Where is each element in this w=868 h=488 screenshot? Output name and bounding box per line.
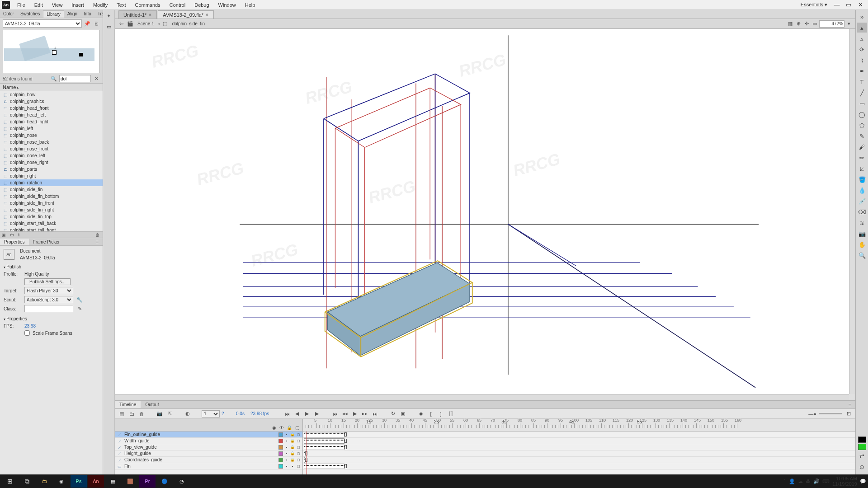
pen-tool-icon[interactable]: ✒ [857, 66, 867, 76]
layer-visible-dot[interactable]: • [284, 452, 289, 455]
fill-color-swatch[interactable] [858, 444, 866, 450]
layer-row[interactable]: ⟋ Top_view_guide • 🔒 ▢ [115, 444, 302, 450]
clear-search-icon[interactable]: ✕ [93, 75, 100, 82]
fit-icon[interactable]: ▭ [811, 20, 818, 28]
menu-commands[interactable]: Commands [130, 1, 165, 9]
step-back-icon[interactable]: ◀ [293, 410, 301, 418]
menu-help[interactable]: Help [241, 1, 260, 9]
onion-icon[interactable]: ◐ [184, 410, 192, 418]
tray-up-icon[interactable]: ˄ [783, 479, 786, 484]
menu-view[interactable]: View [47, 1, 67, 9]
library-item[interactable]: ⬚dolphin_bow [0, 91, 103, 98]
brush-tool-icon[interactable]: 🖌 [857, 142, 867, 152]
library-item[interactable]: ⬚dolphin_side_fin [0, 186, 103, 193]
frame-input[interactable]: 2 [222, 411, 234, 416]
layer-row[interactable]: ⟋ Width_guide • 🔒 ▢ [115, 438, 302, 444]
tray-people-icon[interactable]: 👤 [789, 479, 795, 484]
selection-tool-icon[interactable]: ▴ [857, 23, 867, 33]
layer-parent-icon[interactable]: ⇱ [165, 410, 174, 418]
visibility-col-icon[interactable]: 👁 [279, 425, 284, 430]
frames-area[interactable] [303, 432, 855, 474]
menu-file[interactable]: File [13, 1, 30, 9]
close-icon[interactable]: ✕ [148, 13, 152, 17]
lasso-tool-icon[interactable]: ⌇ [857, 55, 867, 65]
library-item[interactable]: ⬚dolphin_start_tail_front [0, 227, 103, 231]
scene-icon[interactable]: 🎬 [127, 20, 134, 28]
app8-icon[interactable]: ◔ [174, 475, 190, 488]
layer-lock-icon[interactable]: • [290, 464, 295, 468]
next-frame-icon[interactable]: ▸▸ [361, 410, 369, 418]
library-item[interactable]: 🗀dolphin_parts [0, 166, 103, 173]
onion-skin-icon[interactable]: ▣ [399, 410, 407, 418]
zoom-input[interactable] [819, 20, 844, 28]
tab-frame-picker[interactable]: Frame Picker [29, 239, 64, 245]
library-item[interactable]: ⬚dolphin_right [0, 173, 103, 179]
layer-color-swatch[interactable] [278, 464, 283, 469]
properties-section[interactable]: Properties [4, 315, 99, 323]
step-fwd-icon[interactable]: ▶ [313, 410, 321, 418]
layer-name[interactable]: Width_guide [123, 438, 277, 443]
timeline-zoom-slider[interactable] [819, 413, 842, 414]
camera-tool-icon[interactable]: 📷 [857, 229, 867, 239]
layer-lock-icon[interactable]: 🔒 [290, 432, 295, 436]
new-symbol-icon[interactable]: ▣ [2, 233, 7, 237]
layer-outline-dot[interactable]: ▢ [296, 465, 301, 468]
script-select[interactable]: ActionScript 3.0 [24, 296, 73, 303]
delete-layer-icon[interactable]: 🗑 [137, 410, 146, 418]
transform-tool-icon[interactable]: ⟳ [857, 44, 867, 54]
library-item[interactable]: ⬚dolphin_start_tail_back [0, 220, 103, 227]
edit-class-icon[interactable]: ✎ [76, 305, 83, 312]
fps-value[interactable]: 23.98 [24, 324, 36, 328]
library-item[interactable]: 🗀dolphin_graphics [0, 98, 103, 105]
layer-visible-dot[interactable]: • [284, 446, 289, 449]
layer-outline-dot[interactable]: ▢ [296, 458, 301, 462]
eraser-tool-icon[interactable]: ⌫ [857, 207, 867, 217]
layer-lock-icon[interactable]: 🔒 [290, 458, 295, 462]
frame-select[interactable]: 1 [202, 410, 220, 418]
publish-section[interactable]: Publish [4, 263, 99, 271]
library-doc-select[interactable]: AVMS13-2_09.fla [3, 19, 82, 28]
library-item[interactable]: ⬚dolphin_head_right [0, 118, 103, 125]
frame-row[interactable] [303, 450, 855, 457]
tab-output[interactable]: Output [141, 401, 163, 408]
oval-tool-icon[interactable]: ◯ [857, 109, 867, 119]
window-close[interactable]: ✕ [854, 1, 866, 9]
vertical-scrollbar[interactable] [849, 29, 855, 394]
layer-lock-icon[interactable]: 🔒 [290, 451, 295, 455]
library-column-name[interactable]: Name ▴ [0, 83, 103, 91]
insert-kf-icon[interactable]: ◆ [417, 410, 425, 418]
frame-row[interactable] [303, 457, 855, 463]
ink-tool-icon[interactable]: 💧 [857, 185, 867, 195]
eyedropper-tool-icon[interactable]: 💉 [857, 196, 867, 206]
crumb-scene[interactable]: Scene 1 [136, 21, 156, 26]
layer-name[interactable]: Top_view_guide [123, 445, 277, 450]
layer-name[interactable]: Fin_outline_guide [123, 432, 277, 437]
tab-properties[interactable]: Properties [0, 239, 29, 245]
play-icon[interactable]: ▶ [303, 410, 311, 418]
library-item[interactable]: ⬚dolphin_side_fin_top [0, 213, 103, 220]
frame-row[interactable] [303, 444, 855, 450]
pin-icon[interactable]: 📌 [84, 20, 91, 27]
new-lib-icon[interactable]: ⎘ [93, 20, 100, 27]
menu-window[interactable]: Window [214, 1, 241, 9]
new-folder-icon[interactable]: 🗀 [10, 233, 15, 237]
loop-icon[interactable]: ↻ [389, 410, 397, 418]
layer-visible-dot[interactable]: • [284, 458, 289, 461]
window-maximize[interactable]: ▭ [843, 1, 854, 9]
tray-volume-icon[interactable]: 🔊 [813, 479, 820, 484]
library-item[interactable]: ⬚dolphin_nose_right [0, 159, 103, 166]
delete-icon[interactable]: 🗑 [95, 233, 101, 237]
library-item[interactable]: ⬚dolphin_side_fin_front [0, 200, 103, 206]
frame-row[interactable] [303, 438, 855, 444]
new-folder-icon[interactable]: 🗀 [127, 410, 136, 418]
swap-colors-icon[interactable]: ⇄ [857, 451, 867, 461]
layer-row[interactable]: ⟋ Coordinates_guide • 🔒 ▢ [115, 457, 302, 463]
panel-options-icon[interactable]: ≡ [94, 238, 101, 245]
tray-lang-icon[interactable]: ⌨ [822, 479, 830, 484]
app5-icon[interactable]: 🟫 [122, 475, 138, 488]
expand-icon[interactable]: » [857, 12, 867, 22]
stroke-color-swatch[interactable] [858, 436, 866, 443]
highlight-col-icon[interactable]: ◉ [271, 425, 277, 430]
library-item[interactable]: ⬚dolphin_side_fin_bottom [0, 193, 103, 200]
menu-control[interactable]: Control [165, 1, 190, 9]
